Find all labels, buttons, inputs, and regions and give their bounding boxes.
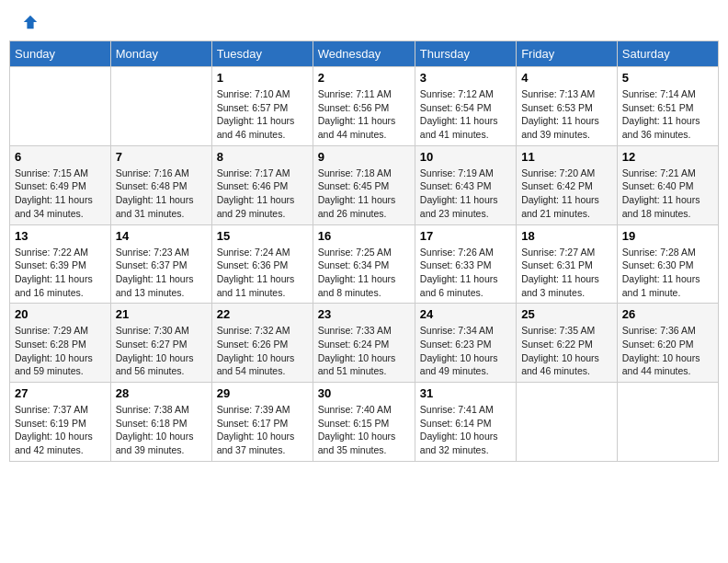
day-number: 17 (420, 229, 511, 243)
day-detail: Sunrise: 7:25 AMSunset: 6:34 PMDaylight:… (318, 246, 410, 300)
day-detail: Sunrise: 7:11 AMSunset: 6:56 PMDaylight:… (318, 87, 410, 142)
day-detail: Sunrise: 7:29 AMSunset: 6:28 PMDaylight:… (15, 324, 106, 378)
day-number: 3 (420, 71, 511, 85)
day-number: 12 (622, 150, 713, 164)
day-detail: Sunrise: 7:16 AMSunset: 6:48 PMDaylight:… (116, 167, 207, 221)
day-number: 28 (116, 386, 207, 400)
calendar-week-row: 13Sunrise: 7:22 AMSunset: 6:39 PMDayligh… (10, 224, 719, 304)
day-number: 9 (318, 150, 410, 164)
calendar-header-row: SundayMondayTuesdayWednesdayThursdayFrid… (10, 41, 719, 67)
day-number: 2 (318, 71, 410, 85)
calendar-cell: 13Sunrise: 7:22 AMSunset: 6:39 PMDayligh… (10, 224, 111, 304)
day-detail: Sunrise: 7:19 AMSunset: 6:43 PMDaylight:… (420, 167, 511, 221)
day-detail: Sunrise: 7:15 AMSunset: 6:49 PMDaylight:… (15, 167, 106, 221)
day-number: 8 (217, 150, 308, 164)
calendar-cell: 19Sunrise: 7:28 AMSunset: 6:30 PMDayligh… (617, 224, 718, 304)
day-detail: Sunrise: 7:14 AMSunset: 6:51 PMDaylight:… (622, 87, 713, 142)
calendar-cell: 15Sunrise: 7:24 AMSunset: 6:36 PMDayligh… (211, 224, 313, 304)
day-detail: Sunrise: 7:21 AMSunset: 6:40 PMDaylight:… (622, 167, 713, 221)
day-detail: Sunrise: 7:37 AMSunset: 6:19 PMDaylight:… (15, 403, 106, 457)
day-detail: Sunrise: 7:35 AMSunset: 6:22 PMDaylight:… (521, 324, 612, 378)
calendar-cell: 5Sunrise: 7:14 AMSunset: 6:51 PMDaylight… (617, 67, 718, 146)
day-number: 31 (420, 386, 511, 400)
calendar-cell: 4Sunrise: 7:13 AMSunset: 6:53 PMDaylight… (517, 67, 618, 146)
calendar-cell (10, 67, 111, 146)
logo (18, 14, 39, 27)
calendar-cell: 8Sunrise: 7:17 AMSunset: 6:46 PMDaylight… (211, 145, 313, 224)
day-number: 25 (521, 307, 612, 321)
day-detail: Sunrise: 7:22 AMSunset: 6:39 PMDaylight:… (15, 246, 106, 300)
day-detail: Sunrise: 7:40 AMSunset: 6:15 PMDaylight:… (318, 403, 410, 457)
calendar-cell: 29Sunrise: 7:39 AMSunset: 6:17 PMDayligh… (211, 383, 313, 462)
day-number: 13 (15, 229, 106, 243)
calendar-cell: 11Sunrise: 7:20 AMSunset: 6:42 PMDayligh… (517, 145, 618, 224)
day-detail: Sunrise: 7:30 AMSunset: 6:27 PMDaylight:… (116, 324, 207, 378)
day-number: 7 (116, 150, 207, 164)
day-number: 5 (622, 71, 713, 85)
day-number: 4 (521, 71, 612, 85)
calendar-cell: 10Sunrise: 7:19 AMSunset: 6:43 PMDayligh… (415, 145, 516, 224)
calendar-cell: 25Sunrise: 7:35 AMSunset: 6:22 PMDayligh… (517, 304, 618, 383)
day-number: 1 (217, 71, 308, 85)
day-number: 20 (15, 307, 106, 321)
day-number: 21 (116, 307, 207, 321)
calendar-cell: 24Sunrise: 7:34 AMSunset: 6:23 PMDayligh… (415, 304, 516, 383)
day-detail: Sunrise: 7:32 AMSunset: 6:26 PMDaylight:… (217, 324, 308, 378)
calendar-week-row: 20Sunrise: 7:29 AMSunset: 6:28 PMDayligh… (10, 304, 719, 383)
svg-marker-0 (24, 16, 37, 29)
day-detail: Sunrise: 7:38 AMSunset: 6:18 PMDaylight:… (116, 403, 207, 457)
calendar-cell (617, 383, 718, 462)
calendar-cell: 2Sunrise: 7:11 AMSunset: 6:56 PMDaylight… (313, 67, 415, 146)
day-number: 16 (318, 229, 410, 243)
calendar-cell: 31Sunrise: 7:41 AMSunset: 6:14 PMDayligh… (415, 383, 516, 462)
calendar-week-row: 6Sunrise: 7:15 AMSunset: 6:49 PMDaylight… (10, 145, 719, 224)
col-header-tuesday: Tuesday (211, 41, 313, 67)
day-detail: Sunrise: 7:12 AMSunset: 6:54 PMDaylight:… (420, 87, 511, 142)
day-number: 6 (15, 150, 106, 164)
day-number: 19 (622, 229, 713, 243)
day-detail: Sunrise: 7:28 AMSunset: 6:30 PMDaylight:… (622, 246, 713, 300)
day-detail: Sunrise: 7:34 AMSunset: 6:23 PMDaylight:… (420, 324, 511, 378)
day-detail: Sunrise: 7:18 AMSunset: 6:45 PMDaylight:… (318, 167, 410, 221)
day-number: 14 (116, 229, 207, 243)
day-detail: Sunrise: 7:20 AMSunset: 6:42 PMDaylight:… (521, 167, 612, 221)
day-detail: Sunrise: 7:39 AMSunset: 6:17 PMDaylight:… (217, 403, 308, 457)
day-number: 22 (217, 307, 308, 321)
calendar-cell: 21Sunrise: 7:30 AMSunset: 6:27 PMDayligh… (110, 304, 211, 383)
day-number: 26 (622, 307, 713, 321)
calendar-cell: 7Sunrise: 7:16 AMSunset: 6:48 PMDaylight… (110, 145, 211, 224)
calendar-cell: 14Sunrise: 7:23 AMSunset: 6:37 PMDayligh… (110, 224, 211, 304)
calendar-cell: 28Sunrise: 7:38 AMSunset: 6:18 PMDayligh… (110, 383, 211, 462)
day-number: 18 (521, 229, 612, 243)
col-header-friday: Friday (517, 41, 618, 67)
day-detail: Sunrise: 7:36 AMSunset: 6:20 PMDaylight:… (622, 324, 713, 378)
calendar-cell: 16Sunrise: 7:25 AMSunset: 6:34 PMDayligh… (313, 224, 415, 304)
calendar-cell: 30Sunrise: 7:40 AMSunset: 6:15 PMDayligh… (313, 383, 415, 462)
day-detail: Sunrise: 7:13 AMSunset: 6:53 PMDaylight:… (521, 87, 612, 142)
calendar-cell: 3Sunrise: 7:12 AMSunset: 6:54 PMDaylight… (415, 67, 516, 146)
day-detail: Sunrise: 7:10 AMSunset: 6:57 PMDaylight:… (217, 87, 308, 142)
calendar-week-row: 27Sunrise: 7:37 AMSunset: 6:19 PMDayligh… (10, 383, 719, 462)
calendar-cell: 22Sunrise: 7:32 AMSunset: 6:26 PMDayligh… (211, 304, 313, 383)
day-number: 30 (318, 386, 410, 400)
col-header-thursday: Thursday (415, 41, 516, 67)
calendar-cell: 20Sunrise: 7:29 AMSunset: 6:28 PMDayligh… (10, 304, 111, 383)
day-number: 27 (15, 386, 106, 400)
calendar-cell: 23Sunrise: 7:33 AMSunset: 6:24 PMDayligh… (313, 304, 415, 383)
logo-icon (22, 14, 39, 30)
calendar-cell (517, 383, 618, 462)
day-number: 10 (420, 150, 511, 164)
calendar-table: SundayMondayTuesdayWednesdayThursdayFrid… (9, 40, 719, 462)
day-detail: Sunrise: 7:17 AMSunset: 6:46 PMDaylight:… (217, 167, 308, 221)
page-header (9, 9, 719, 31)
col-header-wednesday: Wednesday (313, 41, 415, 67)
day-number: 23 (318, 307, 410, 321)
calendar-cell: 6Sunrise: 7:15 AMSunset: 6:49 PMDaylight… (10, 145, 111, 224)
day-detail: Sunrise: 7:24 AMSunset: 6:36 PMDaylight:… (217, 246, 308, 300)
day-number: 24 (420, 307, 511, 321)
calendar-cell: 9Sunrise: 7:18 AMSunset: 6:45 PMDaylight… (313, 145, 415, 224)
day-number: 15 (217, 229, 308, 243)
day-number: 29 (217, 386, 308, 400)
calendar-week-row: 1Sunrise: 7:10 AMSunset: 6:57 PMDaylight… (10, 67, 719, 146)
day-detail: Sunrise: 7:41 AMSunset: 6:14 PMDaylight:… (420, 403, 511, 457)
